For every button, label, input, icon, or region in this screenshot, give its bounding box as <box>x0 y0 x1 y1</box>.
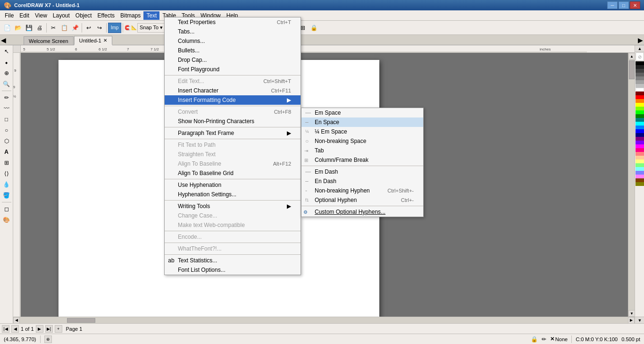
swatch-red[interactable] <box>636 95 644 99</box>
last-page-btn[interactable]: ▶| <box>45 325 53 333</box>
swatch-rose[interactable] <box>636 152 644 156</box>
scroll-left-btn[interactable]: ◀ <box>13 317 20 324</box>
writing-tools-item[interactable]: Writing Tools ▶ <box>165 201 301 211</box>
swatch-yellow[interactable] <box>636 103 644 107</box>
freehand-tool[interactable]: ✏ <box>1 92 12 103</box>
scroll-down-btn[interactable]: ▼ <box>628 310 635 317</box>
text-tool[interactable]: A <box>1 147 12 157</box>
snap-to-dropdown[interactable]: Snap To ▾ <box>137 23 165 33</box>
next-page-btn[interactable]: ▶ <box>36 325 43 333</box>
eyedrop-tool[interactable]: 💧 <box>1 179 12 190</box>
swatch-pink[interactable] <box>636 148 644 152</box>
straighten-text-item[interactable]: Straighten Text <box>165 150 301 159</box>
optional-hyphen-item[interactable]: f1 Optional Hyphen Ctrl+- <box>301 195 423 205</box>
swatch-brown[interactable] <box>636 178 644 182</box>
text-props-item[interactable]: Text Properties Ctrl+T <box>165 17 301 27</box>
palette-scroll-down[interactable]: ▼ <box>635 317 644 323</box>
swatch-lt-green[interactable] <box>636 163 644 167</box>
columns-item[interactable]: Columns... <box>165 36 301 46</box>
fill-indicator[interactable]: ✕ None <box>550 336 568 342</box>
swatch-lt-cyan[interactable] <box>636 167 644 171</box>
swatch-gray[interactable] <box>636 73 644 76</box>
color-tool[interactable]: 🎨 <box>1 215 12 225</box>
menu-object[interactable]: Object <box>73 11 95 20</box>
em-dash-item[interactable]: — Em Dash <box>301 167 423 176</box>
parallel-tool[interactable]: ⟨⟩ <box>1 168 12 179</box>
align-baseline-grid-item[interactable]: Align To Baseline Grid <box>165 168 301 178</box>
first-page-btn[interactable]: |◀ <box>2 325 9 333</box>
bullets-item[interactable]: Bullets... <box>165 46 301 55</box>
menu-file[interactable]: File <box>2 11 17 20</box>
swatch-lt-blue[interactable] <box>636 171 644 175</box>
cut-button[interactable]: ✂ <box>48 23 59 33</box>
insert-char-item[interactable]: Insert Character Ctrl+F11 <box>165 86 301 95</box>
change-case-item[interactable]: Change Case... <box>165 211 301 220</box>
en-space-item[interactable]: – En Space <box>301 117 423 127</box>
swatch-teal[interactable] <box>636 118 644 122</box>
fill-tool[interactable]: 🪣 <box>1 190 12 201</box>
menu-text[interactable]: Text <box>143 11 159 20</box>
swatch-orange[interactable] <box>636 99 644 103</box>
hyphen-settings-item[interactable]: Hyphenation Settings... <box>165 190 301 199</box>
para-text-frame-item[interactable]: Paragraph Text Frame ▶ <box>165 128 301 138</box>
outline-tool[interactable]: ◻ <box>1 204 12 214</box>
scroll-thumb-h[interactable] <box>67 318 95 323</box>
swatch-red-dark[interactable] <box>636 92 644 95</box>
save-button[interactable]: 💾 <box>24 23 34 33</box>
tab-untitled[interactable]: Untitled-1 ✕ <box>74 36 112 45</box>
nonbreak-space-item[interactable]: ○ Non-breaking Space <box>301 136 423 146</box>
menu-layout[interactable]: Layout <box>50 11 73 20</box>
swatch-green[interactable] <box>636 110 644 114</box>
custom-hyphen-item[interactable]: ⚙ Custom Optional Hyphens... <box>301 207 423 217</box>
paste-button[interactable]: 📌 <box>70 23 80 33</box>
whatthefont-item[interactable]: WhatTheFont?!... <box>165 244 301 253</box>
align-baseline-item[interactable]: Align To Baseline Alt+F12 <box>165 159 301 168</box>
polygon-tool[interactable]: ⬡ <box>1 136 12 146</box>
coord-btn[interactable]: ⊕ <box>44 336 52 343</box>
tab-item[interactable]: ⇥ Tab <box>301 146 423 155</box>
new-button[interactable]: 📄 <box>2 23 12 33</box>
swatch-gray-dark[interactable] <box>636 69 644 73</box>
menu-view[interactable]: View <box>32 11 50 20</box>
zoom-tool[interactable]: 🔍 <box>1 79 12 89</box>
dropcap-item[interactable]: Drop Cap... <box>165 55 301 65</box>
em-space-item[interactable]: — Em Space <box>301 108 423 117</box>
scroll-thumb-v[interactable] <box>629 60 635 79</box>
rect-tool[interactable]: □ <box>1 114 12 125</box>
add-page-btn[interactable]: + <box>55 325 62 333</box>
swatch-black[interactable] <box>636 61 644 65</box>
swatch-lt-purple[interactable] <box>636 175 644 178</box>
scroll-up-btn[interactable]: ▲ <box>628 53 635 59</box>
minimize-button[interactable]: ─ <box>607 1 618 9</box>
en-dash-item[interactable]: – En Dash <box>301 176 423 186</box>
tabs-item[interactable]: Tabs... <box>165 27 301 36</box>
swatch-violet[interactable] <box>636 141 644 144</box>
table-tool[interactable]: ⊞ <box>1 158 12 168</box>
swatch-dark[interactable] <box>636 65 644 69</box>
swatch-gray-light[interactable] <box>636 80 644 84</box>
redo-button[interactable]: ↪ <box>94 23 105 33</box>
print-button[interactable]: 🖨 <box>34 23 45 33</box>
menu-edit[interactable]: Edit <box>17 11 32 20</box>
swatch-gray-mid[interactable] <box>636 76 644 80</box>
quarter-em-space-item[interactable]: ¼ ¼ Em Space <box>301 127 423 136</box>
smartdraw-tool[interactable]: 〰 <box>1 103 12 114</box>
ellipse-tool[interactable]: ○ <box>1 125 12 135</box>
convert-item[interactable]: Convert Ctrl+F8 <box>165 107 301 117</box>
scroll-right-btn[interactable]: ▶ <box>628 317 635 324</box>
make-web-item[interactable]: Make text Web-compatible <box>165 220 301 230</box>
transform-lock-btn[interactable]: 🔒 <box>309 23 319 33</box>
palette-scroll-up[interactable]: ▲ <box>635 45 644 52</box>
swatch-green-dark[interactable] <box>636 114 644 118</box>
tab-welcome[interactable]: Welcome Screen <box>24 36 74 45</box>
swatch-peach[interactable] <box>636 156 644 159</box>
scrollbar-vertical[interactable]: ▲ ▼ <box>628 53 635 317</box>
swatch-silver[interactable] <box>636 84 644 88</box>
fit-text-item[interactable]: Fit Text to Path <box>165 140 301 150</box>
no-color-swatch[interactable]: ⊘ <box>636 52 644 61</box>
swatch-lt-yellow[interactable] <box>636 159 644 163</box>
swatch-magenta[interactable] <box>636 144 644 148</box>
menu-bitmaps[interactable]: Bitmaps <box>117 11 143 20</box>
copy-button[interactable]: 📋 <box>59 23 69 33</box>
maximize-button[interactable]: □ <box>619 1 629 9</box>
